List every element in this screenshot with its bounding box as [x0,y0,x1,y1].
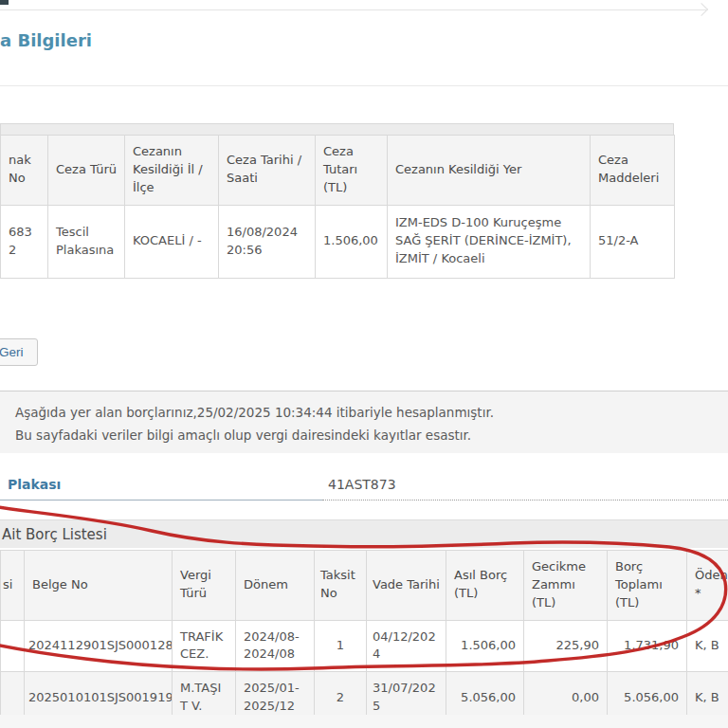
col-belge-no: Belge No [25,551,173,621]
ceza-table: nak No Ceza Türü Cezanın Kesildiği İl / … [0,135,675,279]
cell-taksit-no: 1 [315,620,367,672]
table-row: 6832 Tescil Plakasına KOCAELİ / - 16/08/… [1,205,675,278]
cell-ceza-tutari: 1.506,00 [316,205,388,278]
col-ceza-tutari: Ceza Tutarı (TL) [316,136,388,206]
cell-gecikme-zammi: 225,90 [524,620,608,672]
col-borc-toplami: Borç Toplamı (TL) [608,551,687,621]
cell-vade-tarihi: 04/12/2024 [367,620,446,672]
col-donem: Dönem [236,551,315,621]
cell-kesildigi-yer: IZM-EDS D-100 Kuruçeşme SAĞ ŞERİT (DERİN… [388,205,591,278]
cell-donem: 2024/08-2024/08 [236,620,315,672]
bottom-strip [0,715,728,728]
cell-vergi-turu: TRAFİK CEZ. [173,620,236,672]
cell-ceza-tarihi: 16/08/2024 20:56 [219,205,316,278]
top-divider-line [0,9,706,10]
notice-line-2: Bu sayfadaki veriler bilgi amaçlı olup v… [15,425,713,447]
table-row: 2024112901SJS0001287 TRAFİK CEZ. 2024/08… [1,620,728,672]
col-vergi-dairesi: si [1,551,25,621]
notice-line-1: Aşağıda yer alan borçlarınız,25/02/2025 … [15,402,713,425]
notice-panel: Aşağıda yer alan borçlarınız,25/02/2025 … [0,391,728,453]
cell-kaynak-no: 6832 [1,205,48,278]
back-button[interactable]: Geri [0,338,38,366]
col-taksit-no: Taksit No [315,551,367,621]
cell-borc-toplami: 1.731,90 [608,620,687,672]
cell-asil-borc: 1.506,00 [446,620,524,672]
col-vade-tarihi: Vade Tarihi [367,551,446,621]
borc-table-header-row: si Belge No Vergi Türü Dönem Taksit No V… [1,551,728,621]
header-divider [0,85,728,86]
cell-ceza-maddeleri: 51/2-A [591,205,675,278]
corner-fragment [0,0,9,5]
col-ceza-tarihi: Ceza Tarihi / Saati [219,136,316,206]
col-gecikme-zammi: Gecikme Zammı (TL) [524,551,608,621]
cell-odenebilir: K, B [687,620,728,672]
col-vergi-turu: Vergi Türü [173,551,236,621]
borc-list-section-header: Ait Borç Listesi [0,519,728,548]
col-asil-borc: Asıl Borç (TL) [446,551,524,621]
col-ceza-maddeleri: Ceza Maddeleri [591,136,675,206]
ceza-table-header-row: nak No Ceza Türü Cezanın Kesildiği İl / … [1,136,675,206]
col-kesildigi-yer: Cezanın Kesildiği Yer [388,136,591,206]
cell-kesildigi-il: KOCAELİ / - [125,205,219,278]
col-kesildigi-il: Cezanın Kesildiği İl / İlçe [125,136,219,206]
cell-belge-no: 2024112901SJS0001287 [25,620,173,672]
col-odenebilir: Ödenel * [687,551,728,621]
borc-table: si Belge No Vergi Türü Dönem Taksit No V… [0,550,728,724]
page-title: a Bilgileri [0,30,92,50]
cell-vergi-dairesi [1,620,25,672]
col-ceza-turu: Ceza Türü [48,136,125,206]
plate-value: 41AST873 [322,468,728,500]
cell-ceza-turu: Tescil Plakasına [48,205,125,278]
chevron-right-icon [695,3,708,16]
col-kaynak-no: nak No [1,136,48,206]
plate-row: Plakası 41AST873 [0,468,728,500]
plate-label: Plakası [0,468,322,500]
